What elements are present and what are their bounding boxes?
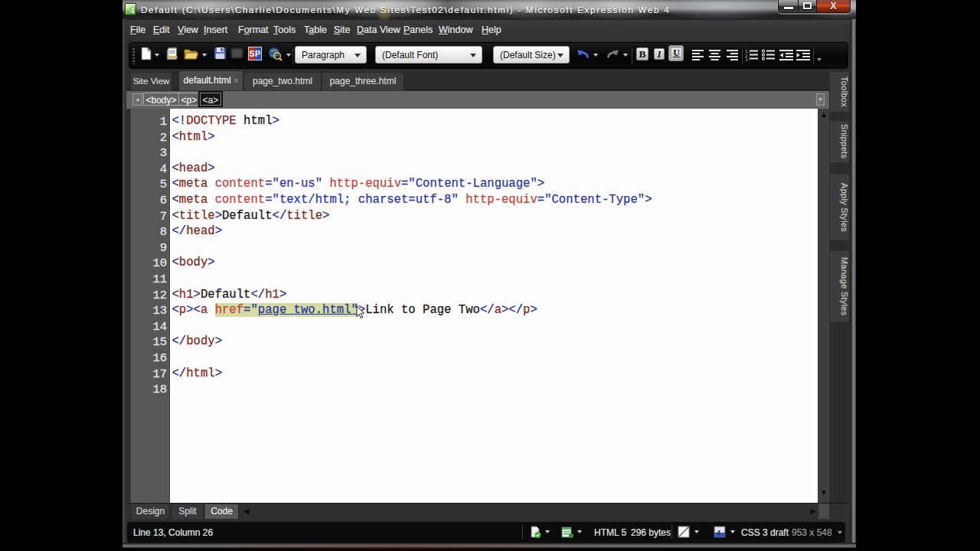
svg-text:4: 4 <box>717 529 720 536</box>
svg-text:3.: 3. <box>745 57 750 61</box>
